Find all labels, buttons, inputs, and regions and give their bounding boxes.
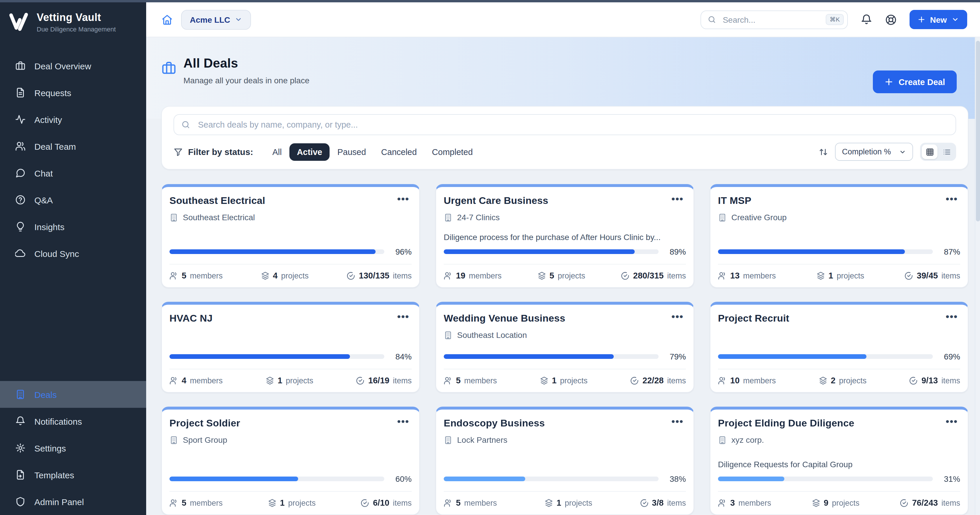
check-circle-icon (356, 376, 365, 385)
home-icon (161, 14, 173, 26)
sort-direction-icon[interactable] (819, 147, 828, 156)
deal-card-project-recruit[interactable]: Project Recruit ••• 69% 10members (710, 302, 968, 393)
sidebar-item-notifications[interactable]: Notifications (0, 408, 146, 435)
page-subtitle: Manage all your deals in one place (183, 76, 310, 85)
new-button[interactable]: New (910, 10, 967, 29)
deal-card-it-msp[interactable]: IT MSP ••• Creative Group 87% 1 (710, 184, 968, 288)
deal-card-project-soldier[interactable]: Project Soldier ••• Sport Group 60% (161, 407, 420, 515)
users-icon (718, 376, 727, 385)
progress-fill (169, 249, 375, 254)
help-button[interactable] (885, 14, 897, 26)
deal-menu-button[interactable]: ••• (395, 313, 412, 321)
global-search[interactable]: ⌘K (700, 10, 848, 29)
sidebar-item-deal-team[interactable]: Deal Team (0, 133, 146, 159)
deal-progress: 79% (444, 352, 686, 361)
progress-percent: 60% (391, 474, 412, 483)
home-button[interactable] (161, 14, 173, 26)
create-deal-button[interactable]: Create Deal (873, 70, 957, 93)
file-text-icon (15, 88, 25, 98)
briefcase-icon (15, 61, 25, 71)
notifications-button[interactable] (861, 14, 872, 26)
scrollbar-thumb[interactable] (976, 41, 980, 222)
filter-panel: Filter by status: All Active Paused Canc… (161, 106, 968, 169)
deal-company: Lock Partners (457, 435, 508, 445)
layers-icon (816, 271, 825, 280)
deal-company: Southeast Location (457, 330, 527, 340)
sidebar-item-admin-panel[interactable]: Admin Panel (0, 488, 146, 515)
deal-title: Urgent Care Business (444, 195, 548, 207)
workspace-switcher[interactable]: Acme LLC (181, 10, 251, 29)
items-stat: 16/19items (356, 376, 412, 385)
deal-description: Diligence Requests for Capital Group (718, 460, 960, 469)
vetting-vault-logo-icon (9, 12, 30, 33)
check-circle-icon (909, 376, 918, 385)
sidebar-item-activity[interactable]: Activity (0, 106, 146, 133)
create-deal-label: Create Deal (899, 77, 945, 86)
list-view-button[interactable] (939, 145, 955, 159)
building-icon (15, 389, 25, 400)
sidebar-item-templates[interactable]: Templates (0, 461, 146, 488)
deal-search-input[interactable] (197, 120, 948, 130)
building-icon (169, 213, 178, 222)
sidebar-item-qa[interactable]: Q&A (0, 187, 146, 213)
vertical-scrollbar[interactable] (975, 37, 980, 515)
help-circle-icon (15, 195, 25, 205)
users-icon (718, 498, 727, 507)
chevron-down-icon (951, 16, 959, 23)
sidebar-item-deal-overview[interactable]: Deal Overview (0, 53, 146, 79)
users-icon (15, 141, 25, 151)
check-circle-icon (640, 498, 648, 507)
sidebar-footer-nav: Deals Notifications Settings Templates A… (0, 381, 146, 515)
sidebar-item-chat[interactable]: Chat (0, 159, 146, 187)
items-stat: 130/135items (347, 271, 412, 280)
sidebar-item-deals[interactable]: Deals (0, 381, 146, 408)
list-icon (942, 148, 951, 156)
progress-fill (444, 249, 635, 254)
deal-card-hvac-nj[interactable]: HVAC NJ ••• 84% 4members 1pro (161, 302, 420, 393)
status-filter-all[interactable]: All (265, 143, 289, 161)
deal-menu-button[interactable]: ••• (669, 418, 686, 426)
life-buoy-icon (885, 14, 897, 26)
sidebar-item-insights[interactable]: Insights (0, 213, 146, 240)
sort-by-select[interactable]: Completion % (835, 143, 913, 161)
deal-title: Project Soldier (169, 418, 240, 429)
deal-menu-button[interactable]: ••• (943, 313, 960, 321)
sidebar-item-cloud-sync[interactable]: Cloud Sync (0, 240, 146, 267)
sidebar-item-label: Deals (34, 389, 57, 399)
deal-menu-button[interactable]: ••• (943, 418, 960, 426)
workspace-name: Acme LLC (190, 15, 230, 24)
grid-view-button[interactable] (922, 145, 937, 159)
gear-icon (15, 443, 25, 453)
deal-card-southeast-electrical[interactable]: Southeast Electrical ••• Southeast Elect… (161, 184, 420, 288)
status-filter-active[interactable]: Active (290, 143, 330, 161)
deal-card-urgent-care-business[interactable]: Urgent Care Business ••• 24-7 Clinics Di… (436, 184, 694, 288)
view-toggle (920, 143, 956, 161)
deal-menu-button[interactable]: ••• (395, 195, 412, 203)
deal-card-wedding-venue-business[interactable]: Wedding Venue Business ••• Southeast Loc… (436, 302, 694, 393)
deal-company: Sport Group (183, 435, 228, 445)
deal-menu-button[interactable]: ••• (669, 313, 686, 321)
global-search-input[interactable] (721, 14, 820, 25)
deal-card-project-elding[interactable]: Project Elding Due Diligence ••• xyz cor… (710, 407, 968, 515)
progress-fill (718, 249, 905, 254)
deal-card-endoscopy-business[interactable]: Endoscopy Business ••• Lock Partners 38% (436, 407, 694, 515)
building-icon (444, 435, 452, 444)
status-filter-completed[interactable]: Completed (425, 143, 480, 161)
progress-fill (169, 354, 350, 359)
sidebar-item-requests[interactable]: Requests (0, 79, 146, 106)
deal-search[interactable] (173, 114, 956, 135)
projects-stat: 1projects (539, 376, 587, 385)
chevron-down-icon (235, 16, 242, 23)
status-filter-paused[interactable]: Paused (330, 143, 374, 161)
items-stat: 76/243items (900, 498, 960, 507)
progress-fill (169, 477, 298, 481)
deal-progress: 69% (718, 352, 960, 361)
sidebar-item-settings[interactable]: Settings (0, 435, 146, 461)
deal-menu-button[interactable]: ••• (669, 195, 686, 203)
deal-menu-button[interactable]: ••• (943, 195, 960, 203)
deal-menu-button[interactable]: ••• (395, 418, 412, 426)
layers-icon (544, 498, 553, 507)
building-icon (444, 331, 452, 340)
status-filter-canceled[interactable]: Canceled (374, 143, 425, 161)
new-button-label: New (930, 15, 947, 24)
